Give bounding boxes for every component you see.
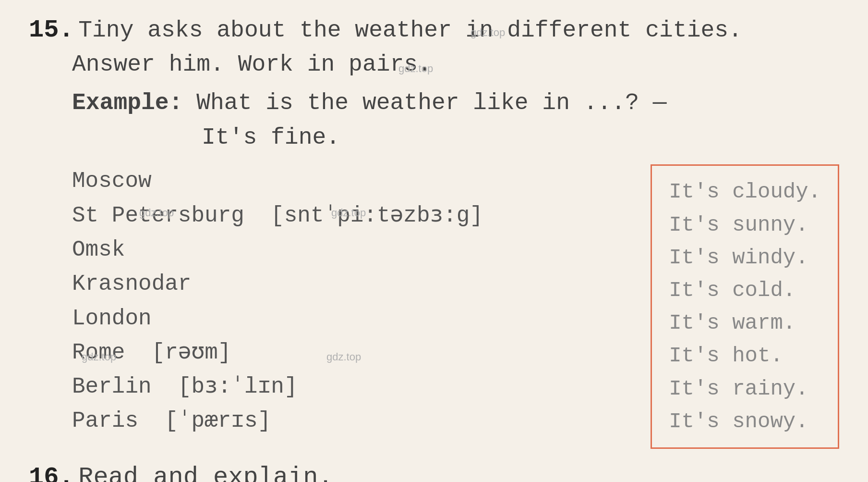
answer-rainy: It's rainy. <box>669 372 821 405</box>
exercise-15-example: Example: What is the weather like in ...… <box>72 86 839 155</box>
city-krasnodar: Krasnodar <box>72 267 631 301</box>
answer-sunny: It's sunny. <box>669 209 821 241</box>
answers-box: It's cloudy. It's sunny. It's windy. It'… <box>651 164 839 449</box>
watermark-6: gdz.top <box>326 351 361 363</box>
exercise-16-number: 16. <box>29 463 74 482</box>
exercise-16-text: Read and explain. <box>78 463 333 482</box>
exercise-15: 15. Tiny asks about the weather in diffe… <box>29 14 839 449</box>
watermark-3: gdz.top <box>139 207 174 219</box>
answer-hot: It's hot. <box>669 339 821 372</box>
exercise-15-line2: Answer him. Work in pairs. <box>72 49 839 81</box>
exercise-15-text-line1: Tiny asks about the weather in different… <box>78 17 742 43</box>
example-answer: It's fine. <box>202 120 839 155</box>
answer-cloudy: It's cloudy. <box>669 175 821 208</box>
city-paris: Paris [ˈpærɪs] <box>72 404 631 438</box>
exercise-16: 16. Read and explain. <box>29 463 839 482</box>
watermark-5: gdz.top <box>82 351 116 363</box>
example-question: What is the weather like in ...? — <box>196 90 666 116</box>
answer-windy: It's windy. <box>669 241 821 274</box>
answer-cold: It's cold. <box>669 274 821 307</box>
main-content: Moscow St Petersburg [sntˈpi:təzbɜ:g] Om… <box>72 164 839 449</box>
watermark-2: gdz.top <box>398 62 433 75</box>
city-moscow: Moscow <box>72 164 631 198</box>
city-london: London <box>72 302 631 336</box>
cities-list: Moscow St Petersburg [sntˈpi:təzbɜ:g] Om… <box>72 164 631 438</box>
city-berlin: Berlin [bɜ:ˈlɪn] <box>72 370 631 404</box>
exercise-15-number: 15. <box>29 16 74 44</box>
watermark-4: gdz.top <box>331 207 366 219</box>
exercise-15-line1: 15. Tiny asks about the weather in diffe… <box>29 14 839 47</box>
watermark-1: gdz.top <box>470 26 505 39</box>
answer-snowy: It's snowy. <box>669 405 821 438</box>
example-label: Example: <box>72 90 182 116</box>
city-omsk: Omsk <box>72 233 631 267</box>
answer-warm: It's warm. <box>669 307 821 339</box>
